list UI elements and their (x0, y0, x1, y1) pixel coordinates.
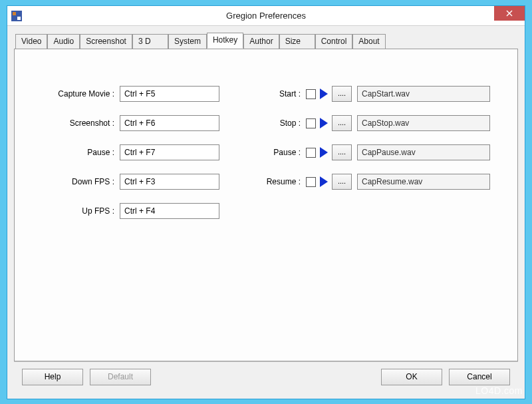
input-pause[interactable] (120, 144, 219, 160)
checkbox-stop[interactable] (306, 118, 316, 128)
file-resume[interactable] (357, 174, 490, 190)
label-pause-sound: Pause : (261, 148, 301, 157)
label-stop: Stop : (261, 118, 301, 128)
label-resume: Resume : (261, 177, 301, 186)
cancel-button[interactable]: Cancel (449, 369, 510, 385)
label-up-fps: Up FPS : (41, 206, 114, 216)
checkbox-pause[interactable] (306, 148, 316, 158)
row-pause: Pause : (41, 144, 219, 160)
file-start[interactable] (357, 86, 490, 102)
label-start: Start : (261, 89, 301, 99)
button-bar: Help Default OK Cancel (14, 361, 518, 392)
tab-size[interactable]: Size (279, 34, 315, 49)
tab-screenshot[interactable]: Screenshot (80, 34, 132, 49)
play-icon-stop[interactable] (320, 118, 328, 128)
browse-button-start[interactable]: .... (332, 86, 352, 102)
row-down-fps: Down FPS : (41, 174, 219, 190)
tab-3d[interactable]: 3 D (132, 34, 168, 49)
tabstrip: Video Audio Screenshot 3 D System Hotkey… (15, 33, 518, 49)
tab-audio[interactable]: Audio (47, 34, 80, 49)
content-area: Video Audio Screenshot 3 D System Hotkey… (7, 26, 525, 399)
browse-button-stop[interactable]: .... (332, 115, 352, 131)
close-button[interactable] (494, 6, 525, 21)
default-button[interactable]: Default (90, 369, 151, 385)
ok-button[interactable]: OK (381, 369, 442, 385)
input-screenshot[interactable] (120, 115, 219, 131)
tab-about[interactable]: About (352, 34, 385, 49)
input-capture-movie[interactable] (120, 86, 219, 102)
file-stop[interactable] (357, 115, 490, 131)
tab-video[interactable]: Video (15, 34, 47, 49)
input-up-fps[interactable] (120, 203, 219, 219)
tab-system[interactable]: System (168, 34, 207, 49)
play-icon-start[interactable] (320, 89, 328, 99)
row-screenshot: Screenshot : (41, 115, 219, 131)
tab-hotkey[interactable]: Hotkey (207, 33, 243, 49)
label-screenshot: Screenshot : (41, 118, 114, 128)
row-pause-sound: Pause : .... (261, 144, 490, 160)
titlebar: Gregion Preferences (7, 6, 525, 26)
close-icon (506, 10, 513, 17)
preferences-window: Gregion Preferences Video Audio Screensh… (7, 5, 525, 399)
browse-button-resume[interactable]: .... (332, 174, 352, 190)
checkbox-resume[interactable] (306, 177, 316, 187)
input-down-fps[interactable] (120, 174, 219, 190)
row-up-fps: Up FPS : (41, 203, 219, 219)
tab-control[interactable]: Control (315, 34, 353, 49)
row-start: Start : .... (261, 86, 490, 102)
play-icon-pause[interactable] (320, 147, 328, 158)
hotkey-column: Capture Movie : Screenshot : Pause : Dow… (41, 86, 219, 232)
label-capture-movie: Capture Movie : (41, 89, 114, 99)
row-stop: Stop : .... (261, 115, 490, 131)
label-down-fps: Down FPS : (41, 177, 114, 186)
play-icon-resume[interactable] (320, 176, 328, 187)
label-pause: Pause : (41, 148, 114, 157)
window-title: Gregion Preferences (7, 11, 525, 21)
hotkey-panel: Capture Movie : Screenshot : Pause : Dow… (14, 49, 518, 361)
sound-column: Start : .... Stop : .... Pause : (261, 86, 490, 203)
row-capture-movie: Capture Movie : (41, 86, 219, 102)
tab-author[interactable]: Author (243, 34, 279, 49)
checkbox-start[interactable] (306, 89, 316, 99)
file-pause[interactable] (357, 144, 490, 160)
row-resume: Resume : .... (261, 174, 490, 190)
help-button[interactable]: Help (22, 369, 83, 385)
browse-button-pause[interactable]: .... (332, 144, 352, 160)
